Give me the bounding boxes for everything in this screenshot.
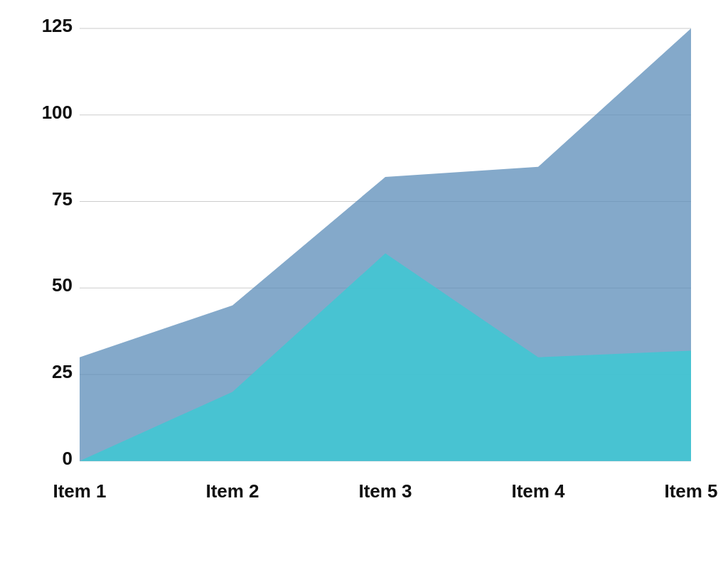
y-label-100: 100 <box>42 101 73 122</box>
y-label-0: 0 <box>63 447 73 468</box>
x-label-item3: Item 3 <box>358 480 412 501</box>
x-label-item4: Item 4 <box>511 480 565 501</box>
chart-svg: 125 100 75 50 25 0 Item 1 Item 2 Item 3 … <box>80 28 691 519</box>
x-label-item2: Item 2 <box>205 480 259 501</box>
x-label-item1: Item 1 <box>53 480 106 501</box>
chart-container: 125 100 75 50 25 0 Item 1 Item 2 Item 3 … <box>23 14 705 568</box>
y-label-25: 25 <box>52 360 73 382</box>
x-label-item5: Item 5 <box>664 480 717 501</box>
y-label-75: 75 <box>52 188 73 209</box>
chart-area: 125 100 75 50 25 0 Item 1 Item 2 Item 3 … <box>80 28 691 519</box>
y-label-125: 125 <box>42 14 73 36</box>
y-label-50: 50 <box>52 274 73 296</box>
